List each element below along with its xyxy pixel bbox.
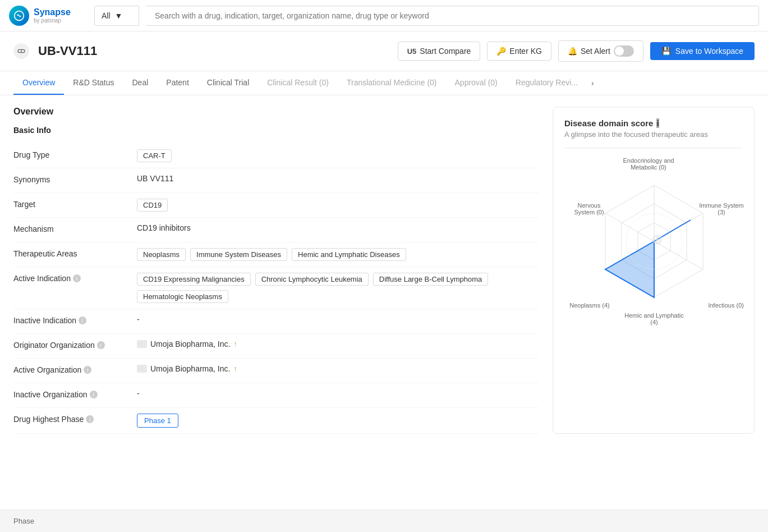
dropdown-arrow-icon: ▼	[115, 11, 123, 20]
chart-subtitle: A glimpse into the focused therapeutic a…	[564, 130, 743, 148]
originator-org-help-icon[interactable]: i	[97, 341, 105, 349]
chart-title: Disease domain score i	[564, 118, 743, 128]
logo-sub: by patsnap	[34, 17, 71, 24]
value-drug-type: CAR-T	[137, 149, 539, 162]
phase-badge: Phase 1	[137, 414, 178, 428]
tag-cll: Chronic Lymphocytic Leukemia	[255, 273, 369, 286]
radar-svg: ⊕	[564, 157, 744, 325]
tab-regulatory-review: Regulatory Revi...	[507, 71, 587, 95]
label-target: Target	[13, 199, 137, 209]
label-inactive-org: Inactive Organization i	[13, 389, 137, 399]
tabs-bar: Overview R&D Status Deal Patent Clinical…	[0, 71, 768, 95]
content-area: Overview Basic Info Drug Type CAR-T Syno…	[0, 95, 768, 445]
logo-name: Synapse	[34, 7, 71, 17]
search-type-dropdown[interactable]: All ▼	[94, 6, 139, 26]
value-synonyms: UB VV111	[137, 174, 539, 183]
main-content: Overview Basic Info Drug Type CAR-T Syno…	[13, 107, 539, 434]
org-trend-icon: ↑	[233, 340, 237, 348]
active-indication-help-icon[interactable]: i	[73, 274, 81, 282]
radar-chart: ⊕ Endocrinology and Metabolic (0) Nervou…	[564, 157, 744, 325]
label-drug-type: Drug Type	[13, 149, 137, 159]
overview-title: Overview	[13, 107, 539, 117]
tab-patent[interactable]: Patent	[157, 71, 197, 95]
value-therapeutic-areas: Neoplasms Immune System Diseases Hemic a…	[137, 248, 539, 261]
tag-immune-system-diseases: Immune System Diseases	[190, 248, 287, 261]
tabs-more-button[interactable]: ›	[587, 71, 599, 95]
label-active-org: Active Organization i	[13, 364, 137, 374]
label-neoplasms: Neoplasms (4)	[564, 302, 615, 309]
drug-highest-phase-help-icon[interactable]: i	[86, 415, 94, 423]
inactive-indication-help-icon[interactable]: i	[79, 317, 86, 324]
active-org-help-icon[interactable]: i	[84, 366, 91, 374]
start-compare-button[interactable]: U5 Start Compare	[398, 42, 481, 61]
row-mechanism: Mechanism CD19 inhibitors	[13, 218, 539, 242]
basic-info-title: Basic Info	[13, 126, 539, 135]
alert-toggle[interactable]	[614, 45, 634, 57]
row-drug-type: Drug Type CAR-T	[13, 144, 539, 168]
save-label: Save to Workspace	[675, 47, 743, 56]
row-therapeutic-areas: Therapeutic Areas Neoplasms Immune Syste…	[13, 242, 539, 267]
save-to-workspace-button[interactable]: 💾 Save to Workspace	[650, 42, 755, 60]
drug-icon	[13, 43, 29, 59]
label-hemic: Hemic and Lymphatic (4)	[623, 312, 685, 325]
alert-icon: 🔔	[568, 47, 577, 56]
drug-header: UB-VV111 U5 Start Compare 🔑 Enter KG 🔔 S…	[0, 31, 768, 71]
value-target: CD19	[137, 199, 539, 212]
originator-org-name: Umoja Biopharma, Inc.	[150, 340, 230, 348]
set-alert-button[interactable]: 🔔 Set Alert	[558, 40, 643, 62]
originator-org-item: Umoja Biopharma, Inc. ↑	[137, 340, 237, 348]
label-mechanism: Mechanism	[13, 223, 137, 233]
logo: Synapse by patsnap	[9, 6, 88, 26]
tab-deal[interactable]: Deal	[123, 71, 158, 95]
active-org-trend-icon: ↑	[233, 365, 237, 373]
tag-dlbcl: Diffuse Large B-Cell Lymphoma	[373, 273, 489, 286]
row-target: Target CD19	[13, 193, 539, 218]
svg-marker-12	[605, 220, 691, 297]
row-synonyms: Synonyms UB VV111	[13, 168, 539, 193]
top-bar: Synapse by patsnap All ▼	[0, 0, 768, 31]
drug-actions: U5 Start Compare 🔑 Enter KG 🔔 Set Alert …	[398, 40, 755, 62]
label-therapeutic-areas: Therapeutic Areas	[13, 248, 137, 258]
value-active-indication: CD19 Expressing Malignancies Chronic Lym…	[137, 273, 539, 303]
compare-icon: U5	[407, 47, 417, 56]
inactive-org-dash: -	[137, 389, 140, 398]
save-icon: 💾	[661, 47, 671, 56]
value-mechanism: CD19 inhibitors	[137, 223, 539, 232]
tab-overview[interactable]: Overview	[13, 71, 64, 95]
active-org-item: Umoja Biopharma, Inc. ↑	[137, 364, 237, 373]
tab-translational-medicine: Translational Medicine (0)	[338, 71, 446, 95]
compare-label: Start Compare	[420, 47, 471, 56]
inactive-org-help-icon[interactable]: i	[90, 391, 98, 398]
kg-icon: 🔑	[496, 47, 506, 56]
label-endocrinology: Endocrinology and Metabolic (0)	[620, 157, 677, 171]
search-input[interactable]	[146, 6, 759, 26]
row-active-org: Active Organization i Umoja Biopharma, I…	[13, 359, 539, 383]
tab-rd-status[interactable]: R&D Status	[64, 71, 123, 95]
kg-label: Enter KG	[509, 47, 542, 56]
tag-cd19: CD19	[137, 199, 168, 212]
drug-name: UB-VV111	[38, 44, 389, 58]
tag-hematologic-neoplasms: Hematologic Neoplasms	[137, 290, 228, 303]
label-synonyms: Synonyms	[13, 174, 137, 184]
tag-hemic-lymphatic: Hemic and Lymphatic Diseases	[292, 248, 406, 261]
disease-domain-chart-card: Disease domain score i A glimpse into th…	[553, 107, 755, 434]
label-active-indication: Active Indication i	[13, 273, 137, 283]
active-org-logo-icon	[137, 365, 147, 373]
tab-clinical-trial[interactable]: Clinical Trial	[198, 71, 258, 95]
synonym-value: UB VV111	[137, 174, 173, 183]
tag-car-t: CAR-T	[137, 149, 172, 162]
svg-text:⊕: ⊕	[651, 232, 663, 247]
mechanism-value: CD19 inhibitors	[137, 223, 191, 232]
tab-clinical-result: Clinical Result (0)	[258, 71, 338, 95]
label-originator-org: Originator Organization i	[13, 340, 137, 350]
row-drug-highest-phase: Drug Highest Phase i Phase 1	[13, 408, 539, 434]
inactive-indication-dash: -	[137, 315, 140, 324]
row-active-indication: Active Indication i CD19 Expressing Mali…	[13, 267, 539, 309]
search-type-label: All	[102, 11, 111, 20]
tag-cd19-expressing: CD19 Expressing Malignancies	[137, 273, 251, 286]
value-inactive-indication: -	[137, 315, 539, 324]
chart-title-help-icon[interactable]: i	[656, 118, 659, 128]
enter-kg-button[interactable]: 🔑 Enter KG	[487, 42, 551, 61]
label-drug-highest-phase: Drug Highest Phase i	[13, 414, 137, 424]
value-originator-org: Umoja Biopharma, Inc. ↑	[137, 340, 539, 348]
